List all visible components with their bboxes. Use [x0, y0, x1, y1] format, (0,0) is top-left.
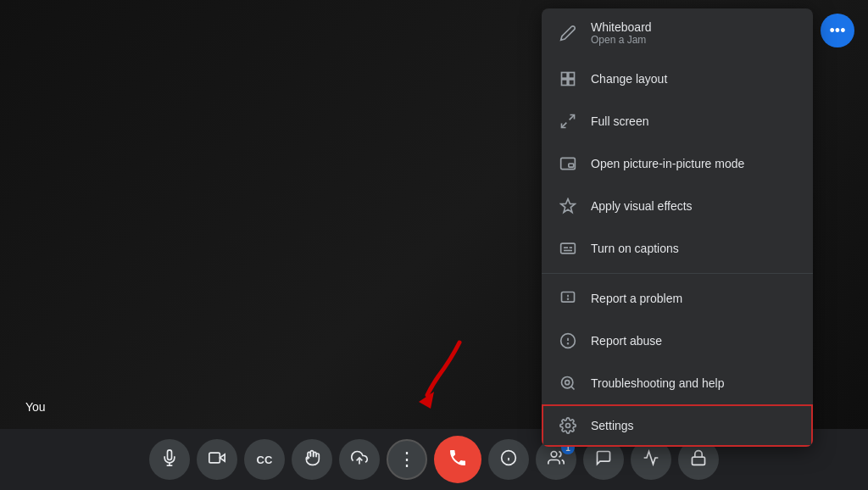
cc-icon: CC — [257, 454, 273, 466]
meeting-info-button[interactable] — [488, 439, 529, 480]
fullscreen-label: Full screen — [591, 114, 648, 128]
captions-label: Turn on captions — [591, 242, 679, 255]
report-abuse-icon — [559, 331, 577, 350]
svg-point-20 — [565, 381, 570, 385]
pip-label: Open picture-in-picture mode — [591, 157, 744, 170]
report-abuse-label: Report abuse — [591, 334, 662, 348]
you-label: You — [25, 400, 46, 414]
svg-rect-31 — [693, 457, 705, 465]
svg-rect-2 — [562, 80, 568, 86]
visual-effects-label: Apply visual effects — [591, 199, 693, 213]
chat-icon — [595, 449, 612, 471]
svg-rect-1 — [569, 73, 575, 79]
svg-line-4 — [570, 115, 575, 120]
svg-point-19 — [562, 377, 573, 388]
troubleshoot-icon — [559, 374, 577, 393]
svg-line-5 — [562, 123, 567, 128]
end-call-button[interactable] — [434, 436, 481, 483]
captions-icon — [559, 239, 577, 258]
menu-item-troubleshoot[interactable]: Troubleshooting and help — [542, 362, 813, 404]
raise-hand-icon — [303, 449, 320, 471]
change-layout-label: Change layout — [591, 72, 667, 86]
present-button[interactable] — [339, 439, 380, 480]
visual-effects-icon — [559, 197, 577, 215]
menu-item-whiteboard[interactable]: Whiteboard Open a Jam — [542, 8, 813, 58]
more-dots-icon: ••• — [830, 22, 846, 40]
participant-label: You — [25, 400, 46, 414]
camera-button[interactable] — [197, 439, 237, 480]
more-options-button[interactable]: ⋮ — [387, 439, 427, 480]
info-icon — [500, 449, 517, 471]
whiteboard-label: Whiteboard — [591, 20, 652, 34]
change-layout-icon — [559, 70, 577, 88]
mic-button[interactable] — [149, 439, 190, 480]
menu-item-settings[interactable]: Settings — [542, 404, 813, 447]
svg-point-21 — [566, 424, 570, 428]
svg-rect-25 — [209, 453, 220, 463]
present-icon — [351, 449, 368, 471]
svg-rect-7 — [569, 164, 574, 167]
activities-icon — [643, 449, 659, 471]
whiteboard-icon — [559, 24, 577, 42]
raise-hand-button[interactable] — [292, 439, 332, 480]
lock-icon — [690, 449, 707, 471]
menu-item-report-abuse[interactable]: Report abuse — [542, 320, 813, 362]
fullscreen-icon — [559, 112, 577, 131]
end-call-icon — [448, 448, 468, 472]
dropdown-menu: Whiteboard Open a Jam Change layout Full… — [542, 8, 813, 447]
whiteboard-text-group: Whiteboard Open a Jam — [591, 20, 652, 46]
svg-point-30 — [551, 451, 557, 457]
troubleshoot-label: Troubleshooting and help — [591, 376, 725, 390]
menu-divider-1 — [542, 273, 813, 274]
menu-item-visual-effects[interactable]: Apply visual effects — [542, 185, 813, 227]
camera-icon — [209, 449, 225, 471]
top-right-more-button[interactable]: ••• — [821, 14, 854, 47]
report-problem-label: Report a problem — [591, 292, 682, 305]
svg-rect-0 — [562, 73, 568, 79]
menu-item-captions[interactable]: Turn on captions — [542, 227, 813, 270]
svg-marker-8 — [561, 199, 576, 213]
svg-point-15 — [568, 298, 569, 299]
svg-point-18 — [568, 343, 569, 344]
whiteboard-sublabel: Open a Jam — [591, 34, 652, 46]
settings-icon — [559, 416, 577, 435]
mic-icon — [161, 449, 178, 471]
report-problem-icon — [559, 289, 577, 308]
menu-item-report-problem[interactable]: Report a problem — [542, 277, 813, 320]
captions-button[interactable]: CC — [244, 439, 285, 480]
pip-icon — [559, 154, 577, 173]
menu-item-change-layout[interactable]: Change layout — [542, 58, 813, 100]
svg-rect-3 — [569, 80, 575, 86]
menu-item-pip[interactable]: Open picture-in-picture mode — [542, 142, 813, 185]
settings-label: Settings — [591, 419, 634, 432]
more-options-icon: ⋮ — [398, 450, 416, 469]
menu-item-fullscreen[interactable]: Full screen — [542, 100, 813, 142]
